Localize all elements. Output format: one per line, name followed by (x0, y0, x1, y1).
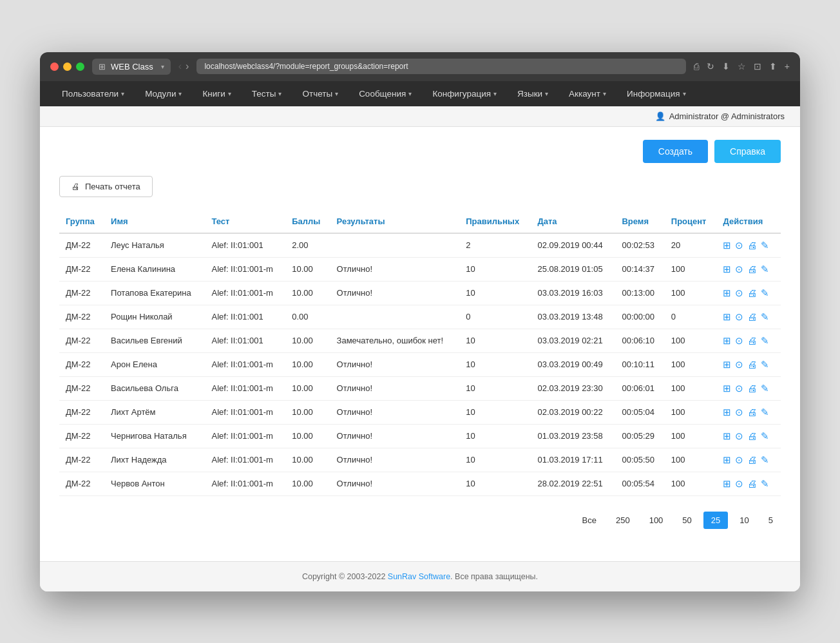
view-icon[interactable]: ⊙ (735, 454, 743, 466)
url-text: localhost/webclass4/?module=report_group… (204, 62, 678, 71)
print-row-icon[interactable]: 🖨 (747, 383, 757, 394)
edit-icon[interactable]: ✎ (761, 359, 769, 370)
download-icon[interactable]: ⬇ (722, 61, 730, 72)
new-tab-icon[interactable]: + (785, 61, 790, 72)
minimize-button[interactable] (63, 62, 72, 71)
nav-item-languages[interactable]: Языки ▾ (508, 81, 557, 106)
view-detail-icon[interactable]: ⊞ (723, 454, 731, 466)
print-row-icon[interactable]: 🖨 (747, 335, 757, 346)
cell-percent: 100 (665, 376, 717, 400)
page-item[interactable]: Все (575, 512, 604, 529)
edit-icon[interactable]: ✎ (761, 311, 769, 323)
share-icon[interactable]: ⎙ (694, 61, 699, 72)
cell-date: 03.03.2019 13:48 (531, 305, 615, 329)
nav-item-modules[interactable]: Модули ▾ (136, 81, 191, 106)
view-detail-icon[interactable]: ⊞ (723, 407, 731, 418)
print-row-icon[interactable]: 🖨 (747, 359, 757, 370)
view-detail-icon[interactable]: ⊞ (723, 383, 731, 394)
edit-icon[interactable]: ✎ (761, 478, 769, 490)
edit-icon[interactable]: ✎ (761, 335, 769, 347)
view-icon[interactable]: ⊙ (735, 287, 743, 299)
view-detail-icon[interactable]: ⊞ (723, 335, 731, 347)
edit-icon[interactable]: ✎ (761, 287, 769, 299)
nav-caret-modules: ▾ (178, 90, 182, 97)
cell-name: Елена Калинина (104, 257, 205, 281)
nav-item-messages[interactable]: Сообщения ▾ (350, 81, 421, 106)
page-item[interactable]: 10 (732, 512, 756, 529)
maximize-button[interactable] (76, 62, 84, 71)
nav-item-reports[interactable]: Отчеты ▾ (293, 81, 347, 106)
view-detail-icon[interactable]: ⊞ (723, 359, 731, 370)
close-button[interactable] (50, 62, 59, 71)
cell-name: Лихт Надежда (104, 448, 205, 472)
view-icon[interactable]: ⊙ (735, 264, 743, 275)
upload-icon[interactable]: ⬆ (769, 61, 777, 72)
nav-item-account[interactable]: Аккаунт ▾ (560, 81, 615, 106)
view-detail-icon[interactable]: ⊞ (723, 264, 731, 275)
nav-item-info[interactable]: Информация ▾ (618, 81, 695, 106)
footer-link[interactable]: SunRav Software (388, 572, 450, 581)
edit-icon[interactable]: ✎ (761, 240, 769, 251)
edit-icon[interactable]: ✎ (761, 407, 769, 418)
cell-score: 10.00 (285, 424, 330, 448)
print-row-icon[interactable]: 🖨 (747, 240, 757, 251)
print-button[interactable]: 🖨 Печать отчета (59, 176, 153, 197)
nav-item-users[interactable]: Пользователи ▾ (53, 81, 133, 106)
print-row-icon[interactable]: 🖨 (747, 454, 757, 465)
page-item[interactable]: 250 (608, 512, 638, 529)
page-item[interactable]: 25 (703, 512, 728, 529)
edit-icon[interactable]: ✎ (761, 383, 769, 394)
print-row-icon[interactable]: 🖨 (747, 407, 757, 417)
view-detail-icon[interactable]: ⊞ (723, 240, 731, 251)
url-bar[interactable]: localhost/webclass4/?module=report_group… (196, 59, 685, 74)
print-row-icon[interactable]: 🖨 (747, 264, 757, 274)
nav-caret-tests: ▾ (278, 90, 282, 97)
table-row: ДМ-22 Чернигова Наталья Alef: II:01:001-… (59, 424, 781, 448)
view-icon[interactable]: ⊙ (735, 335, 743, 347)
nav-item-tests[interactable]: Тесты ▾ (243, 81, 291, 106)
view-icon[interactable]: ⊙ (735, 407, 743, 418)
print-row-icon[interactable]: 🖨 (747, 430, 757, 441)
cell-correct: 10 (459, 400, 531, 424)
help-button[interactable]: Справка (714, 140, 781, 163)
forward-button[interactable]: › (186, 61, 189, 72)
view-icon[interactable]: ⊙ (735, 430, 743, 442)
view-icon[interactable]: ⊙ (735, 240, 743, 251)
back-button[interactable]: ‹ (178, 61, 182, 72)
view-detail-icon[interactable]: ⊞ (723, 311, 731, 323)
browser-tab[interactable]: ⊞ WEB Class ▾ (92, 59, 171, 75)
cell-test: Alef: II:01:001-m (205, 448, 285, 472)
view-icon[interactable]: ⊙ (735, 311, 743, 323)
bookmark-icon[interactable]: ☆ (738, 61, 746, 72)
cell-percent: 100 (665, 329, 717, 352)
view-icon[interactable]: ⊙ (735, 478, 743, 490)
view-detail-icon[interactable]: ⊞ (723, 478, 731, 490)
page-item[interactable]: 100 (642, 512, 671, 529)
extensions-icon[interactable]: ⊡ (754, 61, 761, 72)
view-icon[interactable]: ⊙ (735, 383, 743, 394)
nav-item-config[interactable]: Конфигурация ▾ (423, 81, 506, 106)
cell-actions: ⊞ ⊙ 🖨 ✎ (716, 472, 781, 495)
cell-actions: ⊞ ⊙ 🖨 ✎ (716, 305, 781, 329)
refresh-icon[interactable]: ↻ (707, 61, 714, 72)
cell-name: Рощин Николай (104, 305, 205, 329)
edit-icon[interactable]: ✎ (761, 430, 769, 442)
tab-title: WEB Class (111, 62, 153, 72)
print-row-icon[interactable]: 🖨 (747, 478, 757, 489)
page-item[interactable]: 50 (674, 512, 699, 529)
print-row-icon[interactable]: 🖨 (747, 287, 757, 298)
view-detail-icon[interactable]: ⊞ (723, 430, 731, 442)
print-row-icon[interactable]: 🖨 (747, 311, 757, 322)
tab-dropdown-icon: ▾ (161, 63, 164, 70)
cell-actions: ⊞ ⊙ 🖨 ✎ (716, 448, 781, 472)
edit-icon[interactable]: ✎ (761, 454, 769, 466)
create-button[interactable]: Создать (643, 140, 708, 163)
page-item[interactable]: 5 (761, 512, 781, 529)
view-detail-icon[interactable]: ⊞ (723, 287, 731, 299)
cell-name: Леус Наталья (104, 233, 205, 258)
view-icon[interactable]: ⊙ (735, 359, 743, 370)
nav-item-books[interactable]: Книги ▾ (193, 81, 240, 106)
cell-correct: 10 (459, 424, 531, 448)
cell-date: 25.08.2019 01:05 (531, 257, 615, 281)
edit-icon[interactable]: ✎ (761, 264, 769, 275)
